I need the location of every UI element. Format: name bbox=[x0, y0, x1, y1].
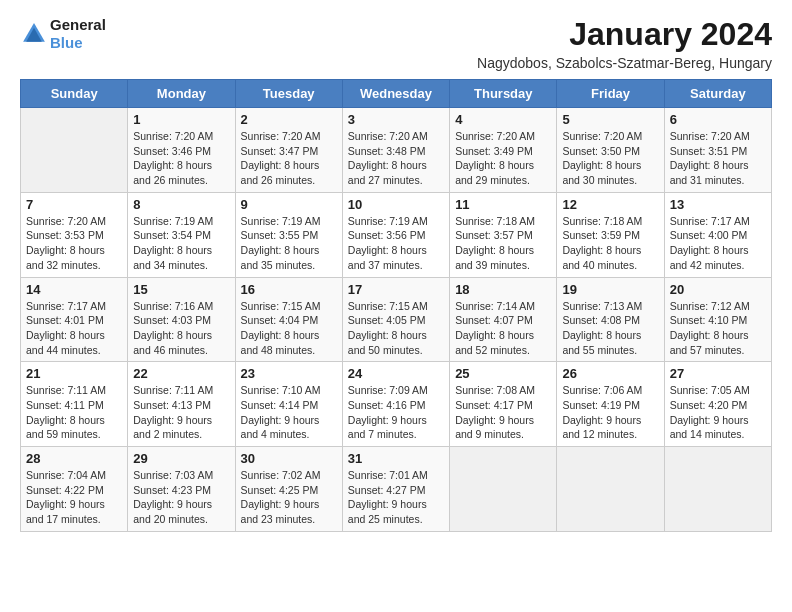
logo-icon bbox=[20, 20, 48, 48]
calendar-cell: 15Sunrise: 7:16 AMSunset: 4:03 PMDayligh… bbox=[128, 277, 235, 362]
location: Nagydobos, Szabolcs-Szatmar-Bereg, Hunga… bbox=[477, 55, 772, 71]
cell-content: Sunrise: 7:20 AMSunset: 3:51 PMDaylight:… bbox=[670, 129, 766, 188]
calendar-week-2: 7Sunrise: 7:20 AMSunset: 3:53 PMDaylight… bbox=[21, 192, 772, 277]
calendar-cell: 23Sunrise: 7:10 AMSunset: 4:14 PMDayligh… bbox=[235, 362, 342, 447]
cell-content: Sunrise: 7:11 AMSunset: 4:13 PMDaylight:… bbox=[133, 383, 229, 442]
cell-content: Sunrise: 7:13 AMSunset: 4:08 PMDaylight:… bbox=[562, 299, 658, 358]
cell-content: Sunrise: 7:20 AMSunset: 3:47 PMDaylight:… bbox=[241, 129, 337, 188]
cell-content: Sunrise: 7:18 AMSunset: 3:57 PMDaylight:… bbox=[455, 214, 551, 273]
day-number: 14 bbox=[26, 282, 122, 297]
cell-content: Sunrise: 7:01 AMSunset: 4:27 PMDaylight:… bbox=[348, 468, 444, 527]
day-number: 6 bbox=[670, 112, 766, 127]
cell-content: Sunrise: 7:20 AMSunset: 3:48 PMDaylight:… bbox=[348, 129, 444, 188]
cell-content: Sunrise: 7:11 AMSunset: 4:11 PMDaylight:… bbox=[26, 383, 122, 442]
calendar-cell: 11Sunrise: 7:18 AMSunset: 3:57 PMDayligh… bbox=[450, 192, 557, 277]
cell-content: Sunrise: 7:08 AMSunset: 4:17 PMDaylight:… bbox=[455, 383, 551, 442]
calendar-cell: 13Sunrise: 7:17 AMSunset: 4:00 PMDayligh… bbox=[664, 192, 771, 277]
cell-content: Sunrise: 7:06 AMSunset: 4:19 PMDaylight:… bbox=[562, 383, 658, 442]
weekday-header-monday: Monday bbox=[128, 80, 235, 108]
day-number: 1 bbox=[133, 112, 229, 127]
day-number: 20 bbox=[670, 282, 766, 297]
title-block: January 2024 Nagydobos, Szabolcs-Szatmar… bbox=[477, 16, 772, 71]
calendar-week-5: 28Sunrise: 7:04 AMSunset: 4:22 PMDayligh… bbox=[21, 447, 772, 532]
cell-content: Sunrise: 7:09 AMSunset: 4:16 PMDaylight:… bbox=[348, 383, 444, 442]
calendar-cell: 25Sunrise: 7:08 AMSunset: 4:17 PMDayligh… bbox=[450, 362, 557, 447]
calendar-cell: 6Sunrise: 7:20 AMSunset: 3:51 PMDaylight… bbox=[664, 108, 771, 193]
cell-content: Sunrise: 7:16 AMSunset: 4:03 PMDaylight:… bbox=[133, 299, 229, 358]
logo-text-blue: Blue bbox=[50, 34, 106, 52]
logo: General Blue bbox=[20, 16, 106, 52]
day-number: 27 bbox=[670, 366, 766, 381]
day-number: 28 bbox=[26, 451, 122, 466]
logo-text-general: General bbox=[50, 16, 106, 34]
cell-content: Sunrise: 7:18 AMSunset: 3:59 PMDaylight:… bbox=[562, 214, 658, 273]
calendar-cell: 10Sunrise: 7:19 AMSunset: 3:56 PMDayligh… bbox=[342, 192, 449, 277]
weekday-header-row: SundayMondayTuesdayWednesdayThursdayFrid… bbox=[21, 80, 772, 108]
day-number: 3 bbox=[348, 112, 444, 127]
calendar-cell: 24Sunrise: 7:09 AMSunset: 4:16 PMDayligh… bbox=[342, 362, 449, 447]
cell-content: Sunrise: 7:20 AMSunset: 3:53 PMDaylight:… bbox=[26, 214, 122, 273]
day-number: 11 bbox=[455, 197, 551, 212]
cell-content: Sunrise: 7:03 AMSunset: 4:23 PMDaylight:… bbox=[133, 468, 229, 527]
cell-content: Sunrise: 7:17 AMSunset: 4:01 PMDaylight:… bbox=[26, 299, 122, 358]
calendar-cell bbox=[21, 108, 128, 193]
calendar-cell: 22Sunrise: 7:11 AMSunset: 4:13 PMDayligh… bbox=[128, 362, 235, 447]
weekday-header-thursday: Thursday bbox=[450, 80, 557, 108]
weekday-header-wednesday: Wednesday bbox=[342, 80, 449, 108]
cell-content: Sunrise: 7:19 AMSunset: 3:55 PMDaylight:… bbox=[241, 214, 337, 273]
page-header: General Blue January 2024 Nagydobos, Sza… bbox=[20, 16, 772, 71]
day-number: 21 bbox=[26, 366, 122, 381]
weekday-header-sunday: Sunday bbox=[21, 80, 128, 108]
calendar-cell: 1Sunrise: 7:20 AMSunset: 3:46 PMDaylight… bbox=[128, 108, 235, 193]
day-number: 30 bbox=[241, 451, 337, 466]
cell-content: Sunrise: 7:04 AMSunset: 4:22 PMDaylight:… bbox=[26, 468, 122, 527]
calendar-table: SundayMondayTuesdayWednesdayThursdayFrid… bbox=[20, 79, 772, 532]
day-number: 7 bbox=[26, 197, 122, 212]
cell-content: Sunrise: 7:19 AMSunset: 3:54 PMDaylight:… bbox=[133, 214, 229, 273]
calendar-week-1: 1Sunrise: 7:20 AMSunset: 3:46 PMDaylight… bbox=[21, 108, 772, 193]
day-number: 12 bbox=[562, 197, 658, 212]
calendar-cell: 5Sunrise: 7:20 AMSunset: 3:50 PMDaylight… bbox=[557, 108, 664, 193]
calendar-cell: 26Sunrise: 7:06 AMSunset: 4:19 PMDayligh… bbox=[557, 362, 664, 447]
calendar-cell: 30Sunrise: 7:02 AMSunset: 4:25 PMDayligh… bbox=[235, 447, 342, 532]
day-number: 16 bbox=[241, 282, 337, 297]
day-number: 2 bbox=[241, 112, 337, 127]
day-number: 9 bbox=[241, 197, 337, 212]
calendar-cell: 19Sunrise: 7:13 AMSunset: 4:08 PMDayligh… bbox=[557, 277, 664, 362]
cell-content: Sunrise: 7:15 AMSunset: 4:04 PMDaylight:… bbox=[241, 299, 337, 358]
calendar-cell bbox=[557, 447, 664, 532]
calendar-cell: 12Sunrise: 7:18 AMSunset: 3:59 PMDayligh… bbox=[557, 192, 664, 277]
day-number: 29 bbox=[133, 451, 229, 466]
day-number: 25 bbox=[455, 366, 551, 381]
cell-content: Sunrise: 7:20 AMSunset: 3:50 PMDaylight:… bbox=[562, 129, 658, 188]
cell-content: Sunrise: 7:12 AMSunset: 4:10 PMDaylight:… bbox=[670, 299, 766, 358]
calendar-cell: 27Sunrise: 7:05 AMSunset: 4:20 PMDayligh… bbox=[664, 362, 771, 447]
cell-content: Sunrise: 7:20 AMSunset: 3:46 PMDaylight:… bbox=[133, 129, 229, 188]
cell-content: Sunrise: 7:15 AMSunset: 4:05 PMDaylight:… bbox=[348, 299, 444, 358]
day-number: 8 bbox=[133, 197, 229, 212]
calendar-cell: 8Sunrise: 7:19 AMSunset: 3:54 PMDaylight… bbox=[128, 192, 235, 277]
weekday-header-tuesday: Tuesday bbox=[235, 80, 342, 108]
calendar-cell: 18Sunrise: 7:14 AMSunset: 4:07 PMDayligh… bbox=[450, 277, 557, 362]
day-number: 22 bbox=[133, 366, 229, 381]
day-number: 19 bbox=[562, 282, 658, 297]
calendar-cell: 31Sunrise: 7:01 AMSunset: 4:27 PMDayligh… bbox=[342, 447, 449, 532]
day-number: 24 bbox=[348, 366, 444, 381]
day-number: 15 bbox=[133, 282, 229, 297]
cell-content: Sunrise: 7:19 AMSunset: 3:56 PMDaylight:… bbox=[348, 214, 444, 273]
calendar-cell: 28Sunrise: 7:04 AMSunset: 4:22 PMDayligh… bbox=[21, 447, 128, 532]
day-number: 5 bbox=[562, 112, 658, 127]
calendar-cell: 17Sunrise: 7:15 AMSunset: 4:05 PMDayligh… bbox=[342, 277, 449, 362]
month-title: January 2024 bbox=[477, 16, 772, 53]
calendar-cell: 29Sunrise: 7:03 AMSunset: 4:23 PMDayligh… bbox=[128, 447, 235, 532]
calendar-cell: 9Sunrise: 7:19 AMSunset: 3:55 PMDaylight… bbox=[235, 192, 342, 277]
calendar-cell: 21Sunrise: 7:11 AMSunset: 4:11 PMDayligh… bbox=[21, 362, 128, 447]
calendar-week-4: 21Sunrise: 7:11 AMSunset: 4:11 PMDayligh… bbox=[21, 362, 772, 447]
cell-content: Sunrise: 7:17 AMSunset: 4:00 PMDaylight:… bbox=[670, 214, 766, 273]
calendar-cell: 7Sunrise: 7:20 AMSunset: 3:53 PMDaylight… bbox=[21, 192, 128, 277]
calendar-cell: 3Sunrise: 7:20 AMSunset: 3:48 PMDaylight… bbox=[342, 108, 449, 193]
calendar-week-3: 14Sunrise: 7:17 AMSunset: 4:01 PMDayligh… bbox=[21, 277, 772, 362]
calendar-cell: 4Sunrise: 7:20 AMSunset: 3:49 PMDaylight… bbox=[450, 108, 557, 193]
day-number: 26 bbox=[562, 366, 658, 381]
cell-content: Sunrise: 7:10 AMSunset: 4:14 PMDaylight:… bbox=[241, 383, 337, 442]
